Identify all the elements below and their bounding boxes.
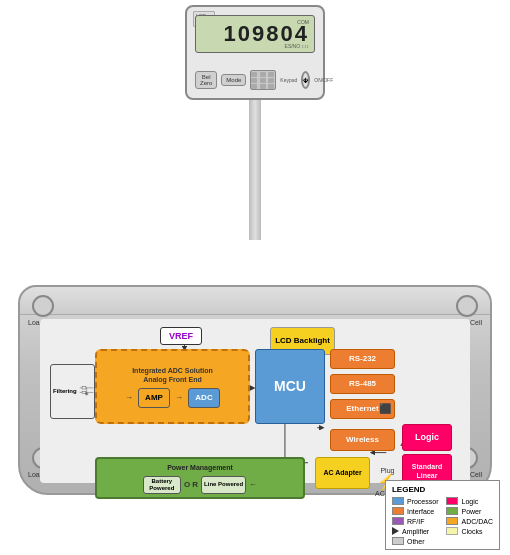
wireless-label: Wireless bbox=[346, 435, 379, 445]
legend-label-processor: Processor bbox=[407, 498, 439, 505]
load-cell-icon-tr bbox=[456, 295, 478, 317]
mcu-label: MCU bbox=[274, 378, 306, 395]
legend-title: LEGEND bbox=[392, 485, 493, 494]
legend-color-interface bbox=[392, 507, 404, 515]
legend-item-power: Power bbox=[446, 507, 493, 515]
scale-platform: Load Cell Load Cell Load Cell Load Cell bbox=[18, 285, 492, 495]
arrow-to-line: ← bbox=[249, 480, 257, 490]
legend-color-other bbox=[392, 537, 404, 545]
legend-color-power bbox=[446, 507, 458, 515]
legend-label-other: Other bbox=[407, 538, 425, 545]
legend-label-power: Power bbox=[461, 508, 481, 515]
legend-item-amplifier: Amplifier bbox=[392, 527, 439, 535]
mode-button[interactable]: Mode bbox=[221, 74, 246, 86]
legend-label-logic: Logic bbox=[461, 498, 478, 505]
main-container: LCDDisplay COM ES/NO ↕↕↕ 109804 Bel Zero… bbox=[0, 0, 510, 555]
legend-grid: Processor Logic Interface Power RF/IF AD… bbox=[392, 497, 493, 545]
legend-item-interface: Interface bbox=[392, 507, 439, 515]
battery-block: Battery Powered bbox=[143, 476, 181, 494]
legend-label-interface: Interface bbox=[407, 508, 434, 515]
ac-adapter-label: AC Adapter bbox=[323, 469, 361, 477]
legend-color-adcdac bbox=[446, 517, 458, 525]
legend-color-processor bbox=[392, 497, 404, 505]
legend-color-rfif bbox=[392, 517, 404, 525]
power-management-block: Power Management Battery Powered O R Lin… bbox=[95, 457, 305, 499]
filtering-label: Filtering bbox=[51, 386, 79, 397]
display-unit: LCDDisplay COM ES/NO ↕↕↕ 109804 Bel Zero… bbox=[185, 5, 325, 100]
logic-block: Logic bbox=[402, 424, 452, 451]
rs485-block: RS-485 bbox=[330, 374, 395, 394]
power-inner-row: Battery Powered O R Line Powered ← bbox=[143, 476, 257, 494]
rs232-block: RS-232 bbox=[330, 349, 395, 369]
logic-label: Logic bbox=[415, 432, 439, 443]
lcd-backlight-label: LCD Backlight bbox=[275, 336, 330, 346]
vref-label: VREF bbox=[169, 331, 193, 342]
amplifier-triangle-icon bbox=[392, 527, 399, 535]
esno-label: ES/NO ↕↕↕ bbox=[285, 43, 309, 49]
legend-item-processor: Processor bbox=[392, 497, 439, 505]
analog-front-end-block: Integrated ADC Solution Analog Front End… bbox=[95, 349, 250, 424]
display-buttons: Bel Zero Mode Keypad ⏻ ON/OFF bbox=[195, 70, 315, 90]
adc-block: ADC bbox=[188, 388, 220, 408]
scale-surface bbox=[20, 287, 490, 315]
display-screen: COM ES/NO ↕↕↕ 109804 bbox=[195, 15, 315, 53]
mcu-block: MCU bbox=[255, 349, 325, 424]
amp-adc-row: → AMP → ADC bbox=[125, 388, 220, 408]
svg-rect-16 bbox=[82, 387, 86, 389]
ethernet-icon: ⬛ bbox=[379, 403, 391, 415]
rs232-label: RS-232 bbox=[349, 354, 376, 364]
line-powered-block: Line Powered bbox=[201, 476, 246, 494]
legend-color-clocks bbox=[446, 527, 458, 535]
scale-inner: VREF LCD Backlight Filtering bbox=[40, 319, 470, 483]
legend-label-amplifier: Amplifier bbox=[402, 528, 429, 535]
keypad-label: Keypad bbox=[280, 77, 297, 83]
ethernet-block: Ethernet ⬛ bbox=[330, 399, 395, 419]
legend-item-clocks: Clocks bbox=[446, 527, 493, 535]
legend-box: LEGEND Processor Logic Interface Power R… bbox=[385, 480, 500, 550]
ethernet-label: Ethernet bbox=[346, 404, 378, 414]
onoff-button[interactable]: ⏻ bbox=[301, 71, 310, 89]
ac-adapter-block: AC Adapter bbox=[315, 457, 370, 489]
legend-item-rfif: RF/IF bbox=[392, 517, 439, 525]
amp-block: AMP bbox=[138, 388, 170, 408]
keypad-grid bbox=[251, 72, 275, 89]
legend-item-logic: Logic bbox=[446, 497, 493, 505]
filtering-block: Filtering bbox=[50, 364, 95, 419]
power-mgmt-title: Power Management bbox=[167, 464, 233, 472]
legend-label-adcdac: ADC/DAC bbox=[461, 518, 493, 525]
com-label: COM bbox=[297, 19, 309, 25]
vref-block: VREF bbox=[160, 327, 202, 345]
analog-title: Integrated ADC Solution Analog Front End bbox=[132, 367, 213, 384]
load-cell-icon-tl bbox=[32, 295, 54, 317]
wireless-block: Wireless bbox=[330, 429, 395, 451]
rs485-label: RS-485 bbox=[349, 379, 376, 389]
legend-color-logic bbox=[446, 497, 458, 505]
circuit-diagram bbox=[79, 374, 94, 409]
bel-zero-button[interactable]: Bel Zero bbox=[195, 71, 217, 89]
onoff-label: ON/OFF bbox=[314, 77, 333, 83]
legend-label-rfif: RF/IF bbox=[407, 518, 425, 525]
standard-linear-label: Standard Linear bbox=[403, 463, 451, 480]
legend-item-adcdac: ADC/DAC bbox=[446, 517, 493, 525]
or-label: O R bbox=[184, 480, 198, 490]
pole bbox=[249, 100, 261, 240]
keypad-block bbox=[250, 70, 276, 90]
legend-label-clocks: Clocks bbox=[461, 528, 482, 535]
legend-item-other: Other bbox=[392, 537, 439, 545]
